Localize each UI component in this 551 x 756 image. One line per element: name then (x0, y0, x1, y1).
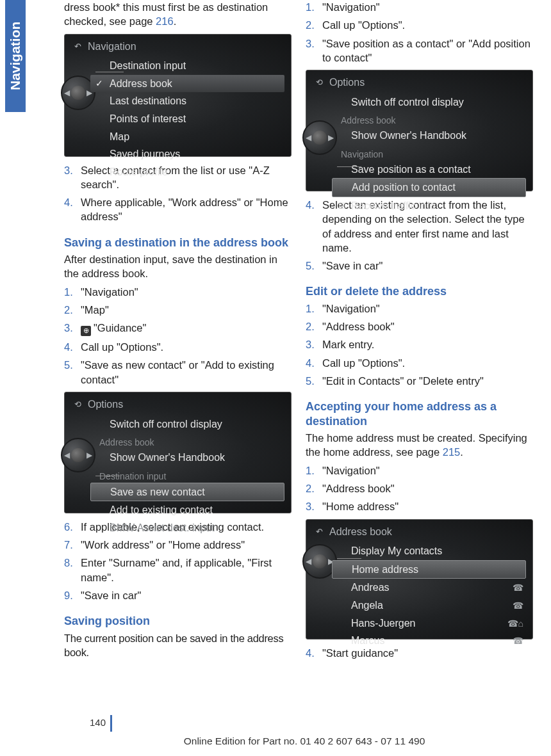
list-text: "Save in car" (81, 588, 292, 602)
menu-item: Add to existing contact (90, 501, 291, 519)
menu-item: Show Owner's Handbook (332, 127, 532, 145)
menu-item: Andreas☎ (332, 579, 532, 597)
list-number: 2. (306, 481, 322, 495)
pointer-line (95, 72, 124, 72)
paragraph: The home address must be created. Specif… (306, 431, 533, 460)
phone-home-icon: ☎⌂ (507, 618, 523, 630)
list-number: 3. (306, 499, 322, 513)
options-icon: ⟲ (72, 399, 83, 410)
right-column: 1."Navigation" 2.Call up "Options". 3."S… (306, 0, 533, 664)
list-text: ⊕"Guidance" (81, 321, 292, 336)
paragraph-text: The home address must be created. Specif… (306, 432, 527, 458)
figure-header: ↶ Navigation (65, 38, 291, 58)
menu-item-label: Andreas (351, 582, 390, 593)
list-number: 8. (64, 556, 81, 584)
section-label: Address book (90, 433, 291, 449)
menu-item-label: Hans-Juergen (351, 618, 416, 629)
heading-edit-delete: Edit or delete the address (306, 284, 533, 299)
list-number: 4. (64, 340, 81, 354)
back-arrow-icon: ↶ (72, 41, 83, 51)
traffic-icon: ☑ (338, 200, 346, 212)
list-text: "Address book" (322, 319, 533, 334)
check-icon: ✓ (95, 77, 103, 90)
figure-list: Switch off control display Address book … (306, 93, 532, 215)
list-number: 1. (306, 302, 322, 316)
menu-item: Show Owner's Handbook (90, 449, 291, 467)
list-number: 2. (306, 319, 322, 334)
list-number: 2. (64, 303, 81, 317)
figure-navigation-menu: ◀▶ ↶ Navigation Destination input ✓Addre… (64, 34, 292, 157)
figure-header: ⟲ Options (65, 396, 291, 415)
menu-item: Save position as a contact (332, 161, 532, 179)
menu-item-selected: Save as new contact (90, 483, 284, 502)
menu-item-label: Angela (351, 600, 383, 611)
figure-title: Navigation (88, 40, 136, 54)
menu-item-selected: ✓Address book (90, 75, 284, 93)
menu-item: Destination input (90, 57, 291, 75)
list-text: "Work address" or "Home address" (81, 538, 292, 552)
page-link-216[interactable]: 216 (156, 15, 174, 27)
footer-text: Online Edition for Part no. 01 40 2 607 … (64, 736, 545, 747)
list-text: "Navigation" (81, 285, 292, 299)
side-tab-navigation: Navigation (5, 0, 26, 112)
list-text: "Save as new contact" or "Add to existin… (81, 358, 292, 387)
figure-title: Options (329, 76, 365, 90)
menu-item: Display My contacts (332, 542, 532, 560)
menu-item-disabled: BMW Assist dest. input (90, 519, 291, 537)
list-text: Call up "Options". (322, 18, 533, 32)
paragraph: After destination input, save the destin… (64, 252, 292, 281)
heading-home-address: Accepting your home address as a destina… (306, 399, 533, 428)
footer: Online Edition for Part no. 01 40 2 607 … (64, 732, 545, 747)
page-link-215[interactable]: 215 (443, 446, 461, 458)
guidance-icon: ⊕ (81, 326, 91, 336)
menu-item: Saved journeys (90, 145, 291, 163)
list-number: 3. (306, 337, 322, 351)
list-text: "Save in car" (322, 259, 533, 273)
list-text: Where applicable, "Work address" or "Hom… (81, 195, 292, 224)
list-text: "Save position as a contact" or "Add pos… (322, 36, 533, 65)
steps-home-address: 1."Navigation" 2."Address book" 3."Home … (306, 463, 533, 514)
figure-header: ⟲ Options (306, 74, 532, 93)
figure-header: ↶ Address book (306, 524, 532, 543)
list-number: 4. (64, 195, 81, 224)
menu-item-label: Receive traffic info (351, 200, 435, 211)
list-text: Call up "Options". (322, 356, 533, 370)
steps-saving-position: 1."Navigation" 2.Call up "Options". 3."S… (306, 0, 533, 65)
figure-options-menu-2: ◀▶ ⟲ Options Switch off control display … (306, 70, 533, 191)
list-number: 2. (306, 18, 322, 32)
list-number: 7. (64, 538, 81, 552)
figure-options-menu-1: ◀▶ ⟲ Options Switch off control display … (64, 392, 292, 513)
list-text-inner: "Guidance" (94, 322, 146, 334)
list-text: "Navigation" (322, 463, 533, 478)
list-number: 5. (64, 358, 81, 387)
menu-item: Switch off control display (90, 415, 291, 433)
menu-item-selected: Home address (332, 560, 526, 579)
list-text: "Map" (81, 303, 292, 317)
steps-saving-destination: 1."Navigation" 2."Map" 3.⊕"Guidance" 4.C… (64, 285, 292, 387)
list-number: 1. (306, 463, 322, 478)
list-number: 9. (64, 588, 81, 602)
intro-fragment: dress book* this must first be as destin… (64, 0, 292, 29)
menu-item: Hans-Juergen☎⌂ (332, 615, 532, 632)
section-label: Address book (332, 111, 532, 127)
back-arrow-icon: ↶ (314, 526, 324, 536)
figure-title: Address book (329, 525, 392, 539)
figure-title: Options (88, 398, 123, 412)
page-content: dress book* this must first be as destin… (64, 0, 545, 664)
figure-list: Destination input ✓Address book Last des… (65, 57, 291, 181)
figure-address-book: ◀▶ ↶ Address book Display My contacts Ho… (306, 519, 533, 639)
heading-saving-destination: Saving a destination in the address book (64, 236, 292, 250)
list-text: "Edit in Contacts" or "Delete entry" (322, 374, 533, 388)
menu-item: ☑Receive traffic info (332, 197, 532, 215)
steps-edit-delete: 1."Navigation" 2."Address book" 3.Mark e… (306, 302, 533, 388)
pointer-line (337, 558, 361, 559)
menu-item-selected: Add position to contact (332, 178, 526, 197)
list-text: Call up "Options". (81, 340, 292, 354)
menu-item-label: Address book (110, 78, 172, 89)
page-number-bar (110, 715, 112, 732)
list-text: "Navigation" (322, 0, 533, 14)
phone-icon: ☎ (513, 635, 523, 647)
list-text: "Home address" (322, 499, 533, 513)
left-column: dress book* this must first be as destin… (64, 0, 292, 664)
list-number: 3. (306, 36, 322, 65)
